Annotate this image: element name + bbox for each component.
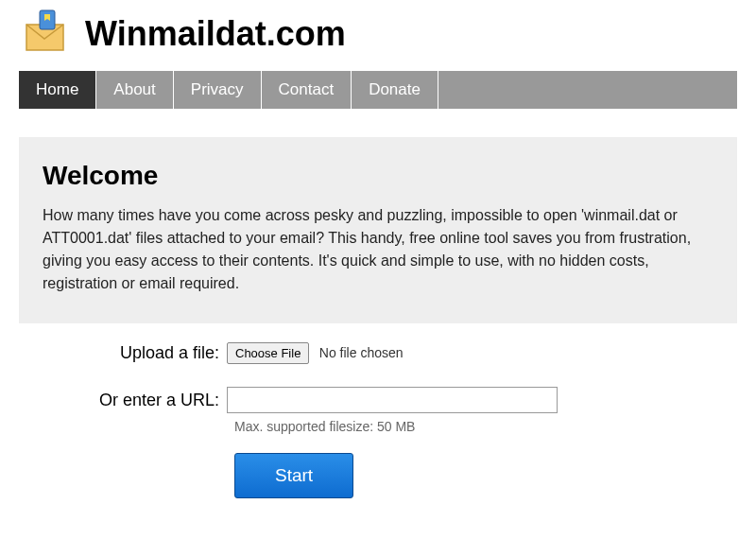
site-title: Winmaildat.com <box>85 14 346 54</box>
nav-item-contact[interactable]: Contact <box>262 71 352 109</box>
url-row: Or enter a URL: <box>38 387 718 413</box>
url-label: Or enter a URL: <box>38 391 227 410</box>
main-nav: Home About Privacy Contact Donate <box>19 71 737 109</box>
svg-rect-1 <box>40 10 55 29</box>
choose-file-button[interactable]: Choose File <box>227 342 309 364</box>
envelope-shield-icon <box>19 8 71 60</box>
welcome-body: How many times have you come across pesk… <box>43 204 713 295</box>
filesize-hint: Max. supported filesize: 50 MB <box>234 419 718 434</box>
upload-form: Upload a file: Choose File No file chose… <box>38 342 718 498</box>
welcome-panel: Welcome How many times have you come acr… <box>19 137 737 323</box>
upload-row: Upload a file: Choose File No file chose… <box>38 342 718 364</box>
upload-label: Upload a file: <box>38 343 227 363</box>
file-status: No file chosen <box>319 345 404 360</box>
nav-item-about[interactable]: About <box>96 71 173 109</box>
welcome-title: Welcome <box>43 161 713 191</box>
start-button[interactable]: Start <box>234 453 353 498</box>
site-header: Winmaildat.com <box>0 0 756 71</box>
url-input[interactable] <box>227 387 558 413</box>
nav-item-home[interactable]: Home <box>19 71 96 109</box>
nav-item-privacy[interactable]: Privacy <box>174 71 262 109</box>
nav-item-donate[interactable]: Donate <box>352 71 438 109</box>
